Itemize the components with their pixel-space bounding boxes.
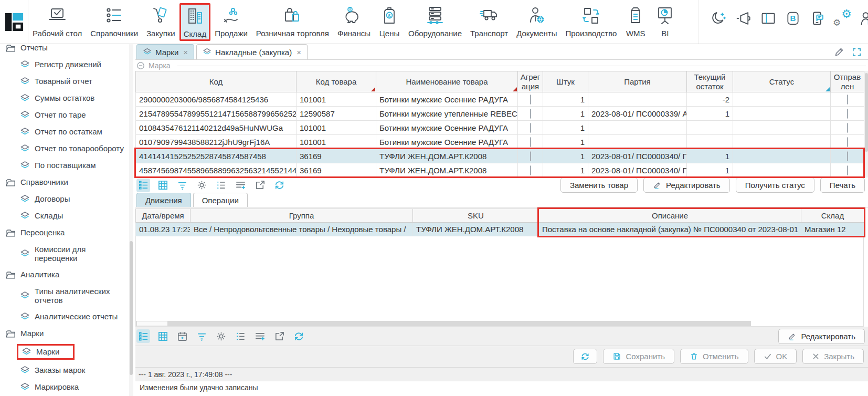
tab-invoices-purchase[interactable]: Накладные (закупка) ×: [196, 44, 308, 59]
column-header-current-balance[interactable]: Текущий остаток: [687, 71, 733, 92]
column-header-sku[interactable]: SKU: [413, 209, 539, 223]
table-row[interactable]: 2154789554789955121471565887996562526125…: [136, 107, 864, 121]
ribbon-item-bi[interactable]: BI: [650, 3, 680, 39]
tree-item-tare-report[interactable]: Отчет по таре: [0, 107, 129, 123]
settings-gear-icon[interactable]: [195, 179, 208, 192]
tree-item-analytic-reports[interactable]: Аналитические отчеты: [0, 308, 129, 325]
subtab-movements[interactable]: Движения: [136, 193, 191, 207]
marks-table-scrollbar-thumb[interactable]: [865, 73, 868, 152]
aggregation-checkbox[interactable]: [530, 151, 531, 161]
ribbon-item-production[interactable]: Производство: [561, 3, 621, 39]
tree-item-by-suppliers[interactable]: По поставщикам: [0, 157, 129, 174]
ribbon-item-wms[interactable]: WMS: [621, 3, 650, 39]
column-header-status[interactable]: Статус: [733, 71, 831, 92]
close-icon[interactable]: ×: [297, 48, 301, 57]
close-icon[interactable]: ×: [183, 48, 188, 57]
column-header-description[interactable]: Описание: [539, 209, 801, 223]
column-header-aggregation[interactable]: Агрегация: [518, 71, 543, 92]
table-row[interactable]: 0108435476121140212d49a5HuNWUGa101001Бот…: [136, 121, 864, 135]
column-header-sent[interactable]: Отправлен: [831, 71, 864, 92]
sent-checkbox[interactable]: [847, 165, 848, 175]
edit-pencil-icon[interactable]: [834, 47, 844, 57]
view-grid-icon[interactable]: [156, 179, 170, 192]
add-list-icon[interactable]: [234, 179, 247, 192]
tree-item-mark-orders[interactable]: Заказы марок: [0, 362, 129, 379]
dark-mode-moon-icon[interactable]: [711, 11, 726, 26]
view-grid-icon[interactable]: [156, 329, 170, 343]
table-row[interactable]: 2900000203006/9856874584125436101001Боти…: [136, 92, 864, 107]
get-status-button[interactable]: Получить статус: [736, 178, 814, 193]
tree-item-stock-report[interactable]: Отчет по остаткам: [0, 123, 129, 140]
tree-folder-revaluation[interactable]: Переоценка: [0, 224, 129, 241]
tree-item-revaluation-commissions[interactable]: Комиссии для переоценки: [0, 241, 129, 266]
announcement-icon[interactable]: [735, 11, 751, 26]
horizontal-scrollbar-thumb[interactable]: [137, 321, 167, 326]
aggregation-checkbox[interactable]: [530, 123, 531, 133]
sent-checkbox[interactable]: [847, 137, 848, 147]
aggregation-checkbox[interactable]: [530, 165, 531, 175]
save-button[interactable]: Сохранить: [603, 349, 674, 364]
tree-item-warehouses[interactable]: Склады: [0, 207, 129, 224]
column-header-qty[interactable]: Штук: [543, 71, 588, 92]
ribbon-item-equipment[interactable]: Оборудование: [404, 3, 466, 39]
table-row-selected[interactable]: 4141414152525252874587458745836169ТУФЛИ …: [136, 149, 864, 163]
tab-marks[interactable]: Марки ×: [136, 44, 194, 59]
fullscreen-icon[interactable]: [852, 47, 862, 57]
ribbon-item-warehouse-active[interactable]: Склад: [179, 3, 210, 41]
filter-icon[interactable]: [175, 179, 189, 192]
aggregation-checkbox[interactable]: [530, 109, 531, 119]
table-row[interactable]: 4587456987455896588996325632145521447361…: [136, 163, 864, 178]
ribbon-item-retail[interactable]: Розничная торговля: [252, 3, 333, 39]
user-lock-icon[interactable]: [860, 11, 868, 26]
tree-folder-reports[interactable]: Отчеты: [0, 44, 129, 56]
tree-item-goods-report[interactable]: Товарный отчет: [0, 73, 129, 90]
sidebar-scrollbar-thumb[interactable]: [130, 241, 133, 375]
tree-item-register[interactable]: Регистр движений: [0, 56, 129, 73]
tree-folder-analytics[interactable]: Аналитика: [0, 266, 129, 283]
settings-gear-icon[interactable]: ⚙ ⚙: [834, 11, 851, 26]
tree-item-marks-selected[interactable]: Марки: [0, 342, 129, 362]
split-panel-icon[interactable]: [760, 11, 777, 26]
column-header-datetime[interactable]: Дата/время: [136, 209, 190, 223]
phone-chat-icon[interactable]: [809, 11, 825, 26]
column-header-product-code[interactable]: Код товара: [297, 71, 376, 92]
edit-button[interactable]: Редактировать: [643, 178, 730, 193]
table-row[interactable]: 0107909799438588212jJhU9grFj16A101001Бот…: [136, 135, 864, 149]
numbered-list-icon[interactable]: [214, 179, 228, 192]
view-list-icon[interactable]: [136, 179, 150, 192]
filter-icon[interactable]: [195, 329, 208, 343]
marks-table-scrollbar[interactable]: [864, 71, 868, 178]
sent-checkbox[interactable]: [847, 95, 848, 105]
ribbon-item-documents[interactable]: Документы: [512, 3, 561, 39]
column-header-warehouse[interactable]: Склад: [801, 209, 864, 223]
numbered-list-icon[interactable]: [234, 329, 247, 343]
tree-folder-marks[interactable]: Марки: [0, 325, 129, 342]
refresh-button[interactable]: [573, 349, 597, 364]
sent-checkbox[interactable]: [847, 151, 848, 161]
view-list-icon[interactable]: [136, 329, 150, 343]
column-header-product-name[interactable]: Наименование товара: [376, 71, 518, 92]
subtab-operations[interactable]: Операции: [193, 193, 248, 207]
sent-checkbox[interactable]: [847, 109, 848, 119]
ribbon-item-purchases[interactable]: Закупки: [142, 3, 179, 39]
ribbon-item-finance[interactable]: Финансы: [333, 3, 375, 39]
tree-folder-references[interactable]: Справочники: [0, 174, 129, 191]
close-button[interactable]: Закрыть: [802, 349, 864, 364]
calendar-icon[interactable]: [175, 329, 189, 343]
app-logo[interactable]: [0, 0, 28, 44]
horizontal-scrollbar[interactable]: [136, 321, 751, 326]
ribbon-item-sales[interactable]: Продажи: [210, 3, 252, 39]
bold-b-icon[interactable]: B: [786, 11, 800, 26]
settings-gear-icon[interactable]: [214, 329, 228, 343]
column-header-batch[interactable]: Партия: [588, 71, 687, 92]
aggregation-checkbox[interactable]: [530, 137, 531, 147]
print-button[interactable]: Печать: [820, 178, 865, 193]
replace-product-button[interactable]: Заменить товар: [560, 178, 638, 193]
tree-item-marking[interactable]: Маркировка: [0, 379, 129, 395]
ribbon-item-prices[interactable]: $ Цены: [375, 3, 404, 39]
open-external-icon[interactable]: [272, 329, 286, 343]
open-external-icon[interactable]: [253, 179, 267, 192]
tree-item-contracts[interactable]: Договоры: [0, 191, 129, 207]
tree-item-turnover-report[interactable]: Отчет по товарообороту: [0, 140, 129, 157]
ok-button[interactable]: OK: [754, 349, 797, 364]
